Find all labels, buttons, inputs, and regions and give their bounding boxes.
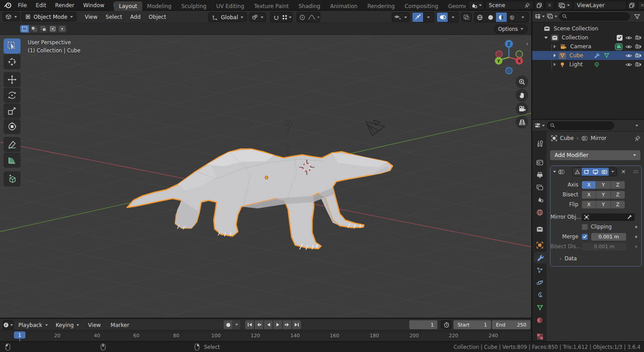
tab-texture[interactable] [533,331,547,342]
tool-add-cube[interactable] [4,171,21,187]
modifier-edit-mode-toggle[interactable] [582,168,591,176]
gizmo-neg-x[interactable] [496,51,503,58]
properties-search-field[interactable] [547,122,614,130]
options-dropdown[interactable]: Options [494,25,528,34]
object-visibility-dropdown[interactable] [392,13,410,22]
data-subpanel-header[interactable]: › Data [559,255,577,262]
viewlayer-type-dropdown[interactable] [556,1,572,10]
editor-type-dropdown[interactable] [3,12,20,21]
bisect-z-button[interactable]: Z [611,191,625,199]
tool-measure[interactable] [4,153,21,168]
tab-tool[interactable] [533,138,547,149]
add-modifier-button[interactable]: Add Modifier [550,150,640,160]
tool-annotate[interactable] [4,137,21,152]
tab-particles[interactable] [533,264,547,276]
playhead-badge[interactable]: 1 [14,331,25,339]
camera-object[interactable] [366,120,385,136]
tab-scene[interactable] [533,194,547,205]
menu-object[interactable]: Object [144,14,170,20]
shading-settings-dropdown[interactable] [517,13,528,22]
snap-toggle[interactable] [271,13,281,22]
select-mode-intersect-button[interactable] [58,25,67,33]
modifier-realtime-toggle[interactable] [591,168,600,176]
menu-file[interactable]: File [13,0,31,11]
tab-constraints[interactable] [533,289,547,301]
frame-start-field[interactable]: Start1 [453,320,491,329]
tool-cursor[interactable] [4,54,21,69]
timeline-editor-dropdown[interactable] [3,320,13,330]
select-mode-invert-button[interactable] [48,25,57,33]
menu-render[interactable]: Render [51,0,79,11]
mode-dropdown[interactable]: Object Mode [21,12,76,21]
pan-button[interactable] [516,89,528,102]
outliner-row-light[interactable]: Light [532,60,644,69]
axis-z-button[interactable]: Z [611,181,625,189]
tab-object-data[interactable] [533,302,547,314]
light-object[interactable] [284,121,292,158]
menu-window[interactable]: Window [79,0,109,11]
tool-select-box[interactable] [4,38,21,54]
toggle-ortho-button[interactable] [516,116,528,128]
outliner-filter-button[interactable] [631,12,642,21]
light-data-icon[interactable] [594,62,600,69]
show-gizmo-toggle[interactable] [412,13,423,22]
pin-icon[interactable] [635,136,640,141]
playback-menu[interactable]: Playback [15,320,51,330]
unlink-scene-button[interactable]: ✕ [545,1,554,10]
tool-transform[interactable] [4,119,21,134]
hide-eye-icon[interactable] [625,35,632,40]
menu-add[interactable]: Add [126,14,144,20]
outliner-row-collection[interactable]: Collection [532,33,644,42]
gizmo-neg-y[interactable] [516,51,523,58]
tab-object[interactable] [533,239,547,251]
tab-compositing[interactable]: Compositing [400,1,443,11]
transform-orientation-dropdown[interactable]: Global [208,13,247,22]
properties-editor-dropdown[interactable] [534,121,545,130]
shading-material-preview-button[interactable] [496,13,507,22]
auto-keyframe-button[interactable] [224,320,233,329]
tool-scale[interactable] [4,103,21,119]
proportional-falloff-dropdown[interactable] [308,13,320,22]
selected-object-creature[interactable] [127,149,393,250]
tab-shading[interactable]: Shading [293,1,325,11]
tab-output[interactable] [533,169,547,181]
timeline-ruler[interactable]: 20 40 60 80 100 120 140 160 180 200 220 … [0,330,531,341]
menu-view[interactable]: View [81,14,102,20]
overlays-settings-dropdown[interactable] [448,13,458,22]
gizmo-neg-z[interactable] [506,68,513,74]
eyedropper-icon[interactable] [627,214,632,220]
axis-y-button[interactable]: Y [596,181,610,189]
collection-expand-arrow[interactable] [544,37,548,39]
delete-modifier-button[interactable]: ✕ [621,169,626,175]
select-mode-new-button[interactable] [20,25,29,33]
proportional-editing-toggle[interactable] [297,13,308,22]
tab-material[interactable] [533,314,547,326]
keying-menu[interactable]: Keying [53,320,82,330]
camera-view-button[interactable] [516,102,528,115]
modifier-wrench-icon[interactable] [594,52,600,60]
timeline-marker-menu[interactable]: Marker [106,322,133,328]
merge-animate-dot[interactable] [635,236,637,238]
scene-name-field[interactable]: Scene [485,1,534,10]
zoom-button[interactable] [516,76,528,88]
collapse-modifier-arrow[interactable] [553,171,556,173]
flip-x-button[interactable]: X [582,201,596,208]
blender-logo-icon[interactable] [4,1,13,11]
next-keyframe-button[interactable] [283,320,292,329]
sidebar-collapse-arrow[interactable]: ‹ [526,40,528,47]
viewport-canvas[interactable]: User Perspective (1) Collection | Cube [0,35,531,318]
menu-select[interactable]: Select [102,14,126,20]
previous-keyframe-button[interactable] [254,320,263,329]
drag-handle-icon[interactable] [633,170,639,174]
tab-animation[interactable]: Animation [325,1,362,11]
preview-range-button[interactable] [441,320,452,329]
merge-threshold-field[interactable]: 0.001 m [591,233,626,241]
outliner-display-mode-dropdown[interactable] [547,12,557,21]
tab-layout[interactable]: Layout [114,1,142,11]
tab-rendering[interactable]: Rendering [362,1,399,11]
flip-y-button[interactable]: Y [596,201,610,208]
tab-geometry-nodes[interactable]: Geometry Nodes [443,1,466,11]
bisect-distance-field[interactable]: 0.001 m [582,243,627,250]
breadcrumb-modifier[interactable]: Mirror [591,135,606,141]
shading-rendered-button[interactable] [507,13,517,22]
